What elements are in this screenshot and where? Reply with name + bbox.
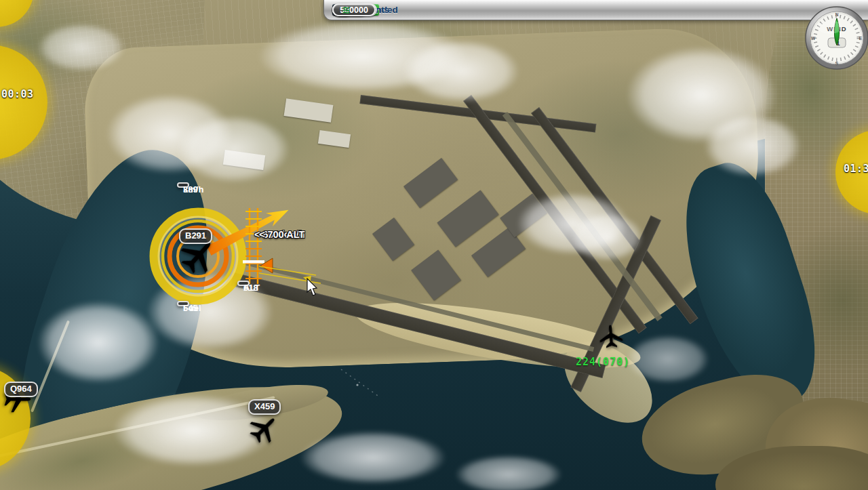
- plane-landing[interactable]: [597, 323, 625, 351]
- fuel-label: Fuel: [183, 304, 201, 314]
- callsign-label-q964[interactable]: Q964: [4, 382, 38, 397]
- callsign-label-x459[interactable]: X459: [248, 399, 281, 415]
- menu-waves-icon[interactable]: ≋: [340, 4, 352, 16]
- satellite-map[interactable]: 00:03 01:39: [0, 0, 868, 490]
- speed-readout: 389 km/h: [177, 182, 189, 188]
- wind-cardinal-s: S: [835, 61, 839, 66]
- cloud: [556, 203, 658, 271]
- callsign-label-b291[interactable]: B291: [179, 228, 212, 244]
- cloud: [380, 27, 542, 115]
- hud-bar: ↗ Speed ◀ 3.0x ▶ ✈ Planes landed 2/12 ⚡ …: [323, 0, 868, 20]
- wind-gauge: N E S W WIND 1: [804, 5, 868, 70]
- contrail: [339, 367, 387, 401]
- speed-unit: km/h: [183, 185, 203, 195]
- limit-alt-text: < 700 ALT: [259, 228, 304, 242]
- alt-label: ALT: [243, 283, 260, 293]
- wind-cardinal-e: E: [859, 36, 863, 41]
- wind-cardinal-w: W: [811, 36, 816, 41]
- alt-readout: 618 ALT: [237, 281, 250, 286]
- runway-heading-text: 224(070): [576, 356, 630, 368]
- fuel-readout: 545 Fuel: [177, 301, 189, 306]
- cloud: [685, 102, 821, 190]
- entry-timer-left: 00:03: [1, 88, 34, 100]
- entry-timer-right: 01:39: [844, 163, 868, 175]
- mouse-cursor: [307, 278, 320, 298]
- score-value: 500000: [332, 3, 376, 16]
- wind-cardinal-n: N: [835, 12, 839, 17]
